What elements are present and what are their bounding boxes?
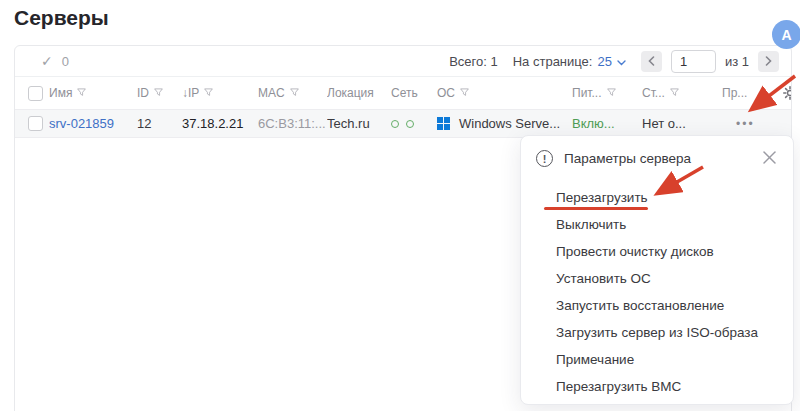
filter-icon[interactable] <box>204 86 213 100</box>
network-ports <box>391 120 437 128</box>
select-all-checkbox[interactable] <box>28 86 43 101</box>
next-page-button[interactable] <box>758 51 779 72</box>
row-actions-button[interactable]: ••• <box>736 117 755 131</box>
chevron-down-icon <box>617 54 626 69</box>
column-id[interactable]: ID <box>137 86 149 100</box>
table-header-row: Имя ID ↓IP MAC Локация Сеть ОС Пит... Ст… <box>15 77 791 109</box>
selected-count: 0 <box>62 54 69 69</box>
context-menu-title: Параметры сервера <box>564 151 691 166</box>
filter-icon[interactable] <box>77 86 86 100</box>
column-network[interactable]: Сеть <box>391 86 418 100</box>
menu-item-note[interactable]: Примечание <box>521 346 793 373</box>
server-name-link[interactable]: srv-021859 <box>49 116 114 131</box>
close-icon[interactable] <box>762 150 777 169</box>
menu-item-recovery[interactable]: Запустить восстановление <box>521 292 793 319</box>
pages-total-label: из 1 <box>725 54 749 69</box>
column-note[interactable]: Пр... <box>722 86 747 100</box>
column-power[interactable]: Пит... <box>572 86 602 100</box>
port-status-icon <box>391 120 399 128</box>
server-ip: 37.18.2.21 <box>182 116 243 131</box>
row-checkbox[interactable] <box>28 116 43 131</box>
port-status-icon <box>406 120 414 128</box>
windows-logo-icon <box>437 117 450 130</box>
server-os: Windows Serve... <box>459 116 560 131</box>
filter-icon[interactable] <box>290 86 299 100</box>
per-page-label: На странице: <box>513 54 593 69</box>
server-location: Tech.ru <box>327 116 370 131</box>
per-page-value: 25 <box>597 54 611 69</box>
table-toolbar: ✓ 0 Всего: 1 На странице: 25 из 1 <box>15 46 791 77</box>
pagination: из 1 <box>641 50 779 73</box>
prev-page-button[interactable] <box>641 51 662 72</box>
menu-item-disk-cleanup[interactable]: Провести очистку дисков <box>521 238 793 265</box>
server-mac: 6C:B3:11:... <box>258 116 326 131</box>
column-ip-sorted[interactable]: ↓IP <box>182 86 199 100</box>
server-id: 12 <box>137 116 151 131</box>
column-status[interactable]: Ст... <box>642 86 665 100</box>
per-page-select[interactable]: На странице: 25 <box>513 54 626 69</box>
filter-icon[interactable] <box>670 86 679 100</box>
page-number-input[interactable] <box>671 50 716 73</box>
filter-icon[interactable] <box>154 86 163 100</box>
column-location[interactable]: Локация <box>327 86 374 100</box>
avatar[interactable]: A <box>772 20 800 49</box>
filter-icon[interactable] <box>607 86 616 100</box>
column-mac[interactable]: MAC <box>258 86 285 100</box>
annotation-underline <box>544 207 648 210</box>
check-icon: ✓ <box>41 53 53 69</box>
menu-item-shutdown[interactable]: Выключить <box>521 211 793 238</box>
context-menu-header: ! Параметры сервера <box>521 136 793 171</box>
server-context-menu: ! Параметры сервера Перезагрузить Выключ… <box>520 135 794 405</box>
server-row[interactable]: srv-021859 12 37.18.2.21 6C:B3:11:... Te… <box>15 109 791 138</box>
menu-item-install-os[interactable]: Установить ОС <box>521 265 793 292</box>
column-name[interactable]: Имя <box>49 86 72 100</box>
exclamation-circle-icon: ! <box>536 150 553 167</box>
menu-item-boot-iso[interactable]: Загрузить сервер из ISO-образа <box>521 319 793 346</box>
power-status: Вклю... <box>572 116 615 131</box>
gear-icon[interactable] <box>782 85 791 101</box>
filter-icon[interactable] <box>460 86 469 100</box>
column-os[interactable]: ОС <box>437 86 455 100</box>
total-label: Всего: 1 <box>449 54 498 69</box>
server-status: Нет о... <box>642 116 686 131</box>
page-title: Серверы <box>14 6 109 30</box>
menu-item-reboot-bmc[interactable]: Перезагрузить BMC <box>521 373 793 400</box>
selected-counter: ✓ 0 <box>41 53 69 69</box>
